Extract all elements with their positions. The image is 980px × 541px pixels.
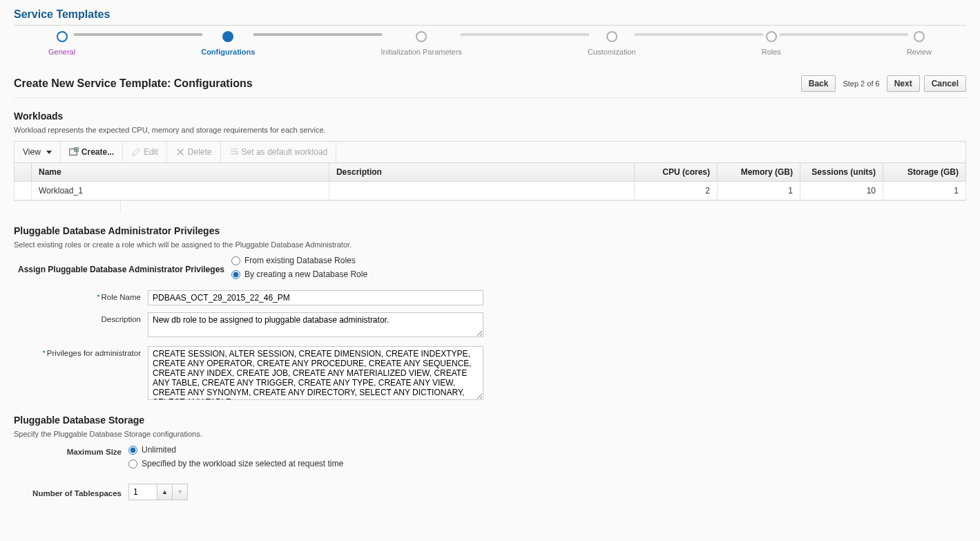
radio-new-role[interactable]: By creating a new Database Role: [231, 269, 367, 279]
radio-existing-roles[interactable]: From existing Database Roles: [231, 256, 367, 265]
wizard-step-general[interactable]: General: [48, 31, 75, 56]
view-menu[interactable]: View: [15, 142, 61, 162]
role-name-input[interactable]: [148, 290, 483, 305]
cell-cpu: 2: [635, 182, 718, 200]
table-row[interactable]: Workload_1 2 1 10 1: [15, 182, 966, 200]
col-storage[interactable]: Storage (GB): [883, 163, 966, 182]
wizard-connector: [780, 33, 908, 36]
back-button[interactable]: Back: [801, 75, 836, 92]
table-header-row: Name Description CPU (cores) Memory (GB)…: [15, 163, 966, 182]
subpage-title: Create New Service Template: Configurati…: [14, 77, 253, 90]
wizard-step-configurations[interactable]: Configurations: [201, 31, 255, 56]
col-description[interactable]: Description: [329, 163, 634, 182]
wizard-node-icon: [222, 31, 233, 42]
wizard-node-icon: [57, 31, 68, 42]
pdb-admin-desc: Select existing roles or create a role w…: [14, 240, 966, 249]
radio-input-workload-size[interactable]: [128, 459, 137, 468]
col-name[interactable]: Name: [32, 163, 329, 182]
wizard-node-icon: [914, 31, 925, 42]
max-size-label: Maximum Size: [18, 445, 128, 456]
chevron-down-icon: [46, 151, 52, 154]
header-row: Create New Service Template: Configurati…: [14, 70, 966, 98]
assign-privileges-label: Assign Pluggable Database Administrator …: [18, 265, 231, 274]
cell-description: [329, 182, 634, 200]
wizard-connector: [461, 33, 589, 36]
delete-button[interactable]: Delete: [167, 142, 221, 162]
wizard-node-icon: [606, 31, 617, 42]
privileges-input[interactable]: [148, 346, 483, 400]
cell-name: Workload_1: [32, 182, 329, 200]
description-label: Description: [18, 312, 148, 323]
num-tablespaces-stepper[interactable]: ▲ ▼: [128, 484, 188, 500]
wizard: General Configurations Initialization Pa…: [48, 31, 932, 56]
workloads-section: Workloads Workload represents the expect…: [14, 111, 966, 213]
col-cpu[interactable]: CPU (cores): [635, 163, 718, 182]
pdb-storage-section: Pluggable Database Storage Specify the P…: [14, 415, 966, 500]
role-name-label: *Role Name: [18, 290, 148, 301]
set-default-button[interactable]: Set as default workload: [221, 142, 337, 162]
radio-input-existing[interactable]: [231, 256, 240, 265]
wizard-step-init-params[interactable]: Initialization Parameters: [381, 31, 461, 56]
cell-storage: 1: [883, 182, 966, 200]
create-button[interactable]: Create...: [61, 142, 123, 162]
pdb-admin-section: Pluggable Database Administrator Privile…: [14, 225, 966, 402]
page-title: Service Templates: [14, 8, 966, 21]
wizard-step-customization[interactable]: Customization: [588, 31, 636, 56]
workloads-table: Name Description CPU (cores) Memory (GB)…: [14, 162, 966, 200]
chevron-down-icon: ▼: [177, 488, 183, 495]
privileges-label: *Privileges for administrator: [18, 346, 148, 357]
num-tablespaces-input[interactable]: [129, 484, 157, 500]
wizard-connector: [253, 33, 382, 36]
create-icon: [69, 147, 79, 157]
cell-memory: 1: [718, 182, 800, 200]
col-sessions[interactable]: Sessions (units): [800, 163, 883, 182]
wizard-connector: [74, 33, 202, 36]
next-button[interactable]: Next: [887, 75, 920, 92]
chevron-up-icon: ▲: [162, 488, 168, 495]
radio-input-new[interactable]: [231, 270, 240, 279]
wizard-step-review[interactable]: Review: [907, 31, 932, 56]
description-input[interactable]: [148, 312, 483, 337]
cell-sessions: 10: [800, 182, 883, 200]
cancel-button[interactable]: Cancel: [924, 75, 966, 92]
delete-icon: [175, 147, 185, 157]
wizard-node-icon: [416, 31, 427, 42]
col-memory[interactable]: Memory (GB): [718, 163, 800, 182]
workloads-desc: Workload represents the expected CPU, me…: [14, 126, 966, 134]
radio-unlimited[interactable]: Unlimited: [128, 445, 343, 455]
edit-button[interactable]: Edit: [123, 142, 167, 162]
wizard-connector: [635, 33, 763, 36]
step-indicator: Step 2 of 6: [840, 79, 882, 88]
pencil-icon: [131, 147, 141, 157]
wizard-step-roles[interactable]: Roles: [762, 31, 781, 56]
divider: [14, 25, 966, 26]
radio-input-unlimited[interactable]: [128, 446, 137, 455]
workloads-title: Workloads: [14, 111, 966, 122]
radio-workload-size[interactable]: Specified by the workload size selected …: [128, 459, 343, 468]
pdb-admin-title: Pluggable Database Administrator Privile…: [14, 225, 966, 236]
list-check-icon: [229, 147, 239, 157]
stepper-up-button[interactable]: ▲: [157, 484, 172, 500]
table-footer: [14, 200, 966, 213]
stepper-down-button[interactable]: ▼: [172, 484, 187, 500]
pdb-storage-desc: Specify the Pluggable Database Storage c…: [14, 430, 966, 438]
pdb-storage-title: Pluggable Database Storage: [14, 415, 966, 426]
workloads-toolbar: View Create... Edit Delete: [14, 141, 966, 162]
wizard-node-icon: [766, 31, 777, 42]
num-tablespaces-label: Number of Tablespaces: [18, 486, 128, 497]
